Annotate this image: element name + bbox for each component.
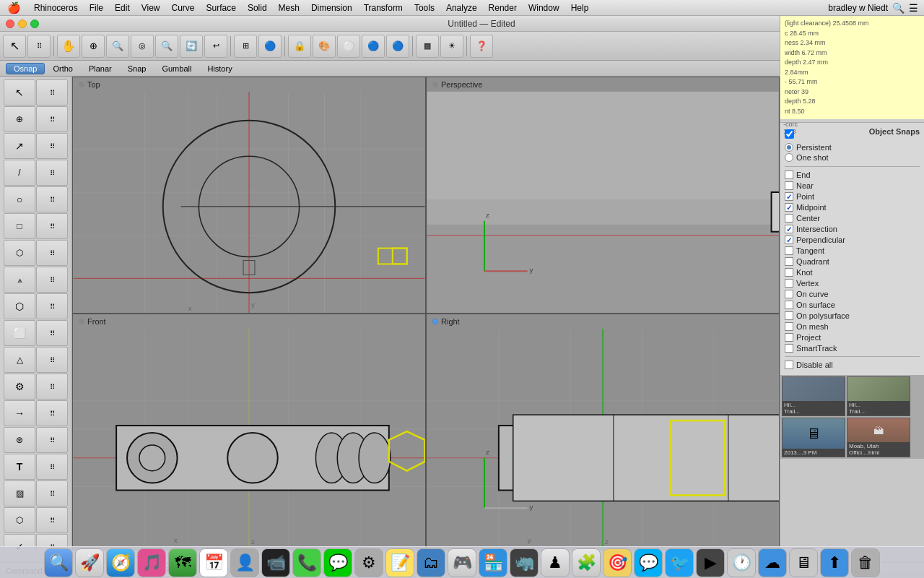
rotate-view[interactable]: 🔄 [180,35,203,58]
snap-midpoint[interactable]: Midpoint [785,202,920,212]
project-checkbox[interactable] [785,333,793,342]
center-checkbox[interactable] [785,214,793,223]
snap-perpendicular[interactable]: Perpendicular [785,235,920,245]
dots-tool[interactable]: ⠿ [27,35,51,58]
select-menu-btn[interactable]: ⠿ [36,79,68,105]
dock-puzzle[interactable]: 🧩 [572,548,601,577]
dock-twitter[interactable]: 🐦 [665,548,694,577]
dock-maps[interactable]: 🗺 [168,548,197,577]
disable-all-checkbox[interactable] [785,361,793,369]
on-polysurface-checkbox[interactable] [785,311,793,320]
side-image-1[interactable]: 🖥 2013....3 PM [782,418,845,457]
viewport-perspective[interactable]: Perspective [426,77,780,314]
snap-on-mesh[interactable]: On mesh [785,322,920,332]
menu-transform[interactable]: Transform [358,3,409,13]
rect-menu-btn[interactable]: ⠿ [36,213,68,239]
line-menu-btn[interactable]: ⠿ [36,160,68,186]
one-shot-radio-circle[interactable] [785,153,793,162]
osnap-toggle[interactable]: Osnap [6,63,45,74]
dock-quicktime[interactable]: ▶ [696,548,725,577]
gear-menu-btn[interactable]: ⠿ [36,374,68,400]
menu-help[interactable]: Help [565,3,595,13]
circle-btn[interactable]: ○ [4,186,35,212]
planar-toggle[interactable]: Planar [81,63,120,74]
materials-tool[interactable]: ▦ [416,35,439,58]
viewport-right[interactable]: Right [426,314,780,551]
hatch-btn[interactable]: ▨ [4,480,35,506]
knot-checkbox[interactable] [785,268,793,277]
point-menu-btn[interactable]: ⠿ [36,106,68,132]
sun-tool[interactable]: ☀ [440,35,463,58]
box-menu-btn[interactable]: ⠿ [36,320,68,346]
text-btn[interactable]: T [4,454,35,480]
menu-solid[interactable]: Solid [242,3,273,13]
analysis-btn[interactable]: ⊛ [4,427,35,453]
circle-menu-btn[interactable]: ⠿ [36,186,68,212]
solid-menu-btn[interactable]: ⠿ [36,293,68,319]
dock-contacts[interactable]: 👤 [230,548,259,577]
shaded-display[interactable]: 🔵 [258,35,282,58]
dock-itunes[interactable]: 🎵 [137,548,166,577]
menu-tools[interactable]: Tools [409,3,440,13]
perpendicular-checkbox[interactable] [785,236,793,244]
menu-dimension[interactable]: Dimension [305,3,358,13]
end-checkbox[interactable] [785,171,793,179]
on-surface-checkbox[interactable] [785,301,793,309]
arrow-btn[interactable]: → [4,400,35,426]
box-btn[interactable]: ⬜ [4,320,35,346]
snap-quadrant[interactable]: Quadrant [785,256,920,267]
zoom-window[interactable]: 🔍 [106,35,129,58]
menu-mesh[interactable]: Mesh [273,3,305,13]
tangent-checkbox[interactable] [785,246,793,255]
minimize-button[interactable] [18,20,27,28]
osnap-panel-checkbox[interactable] [785,129,794,139]
dock-aim[interactable]: 🎯 [603,548,632,577]
arrow-menu-btn[interactable]: ⠿ [36,400,68,426]
persistent-radio[interactable]: Persistent [785,143,920,152]
snap-knot[interactable]: Knot [785,267,920,277]
poly-btn[interactable]: ⬡ [4,240,35,266]
dock-finder2[interactable]: 🗂 [417,548,445,577]
dock-trash[interactable]: 🗑 [851,548,880,577]
dock-systemprefs[interactable]: ⚙ [354,548,383,577]
dock-safari[interactable]: 🧭 [106,548,135,577]
dock-monitor[interactable]: 🖥 [789,548,818,577]
dock-skype[interactable]: 💬 [634,548,663,577]
menu-edit[interactable]: Edit [109,3,136,13]
dock-timemanager[interactable]: 🕐 [727,548,756,577]
dock-appstore[interactable]: 🏪 [479,548,507,577]
menu-render[interactable]: Render [483,3,523,13]
near-checkbox[interactable] [785,181,793,190]
intersection-checkbox[interactable] [785,225,793,233]
zoom-extents[interactable]: ⊕ [82,35,105,58]
gear-btn[interactable]: ⚙ [4,374,35,400]
zoom-selected[interactable]: ◎ [131,35,154,58]
zoom-in[interactable]: 🔍 [155,35,178,58]
persistent-radio-circle[interactable] [785,143,793,152]
curve-btn[interactable]: ↗ [4,133,35,159]
ball-tool[interactable]: 🔵 [362,35,385,58]
mesh-btn[interactable]: △ [4,347,35,373]
maximize-button[interactable] [30,20,39,28]
history-toggle[interactable]: History [199,63,240,74]
hatch-menu-btn[interactable]: ⠿ [36,480,68,506]
menu-curve[interactable]: Curve [166,3,201,13]
dock-chess[interactable]: ♟ [541,548,570,577]
quadrant-checkbox[interactable] [785,257,793,266]
viewport-top[interactable]: Top [72,77,426,314]
side-image-2[interactable]: 🏔 Moab, Utah Offici....html [847,418,910,457]
dock-rhinoceros[interactable]: 🦏 [510,548,539,577]
color-tool[interactable]: 🎨 [313,35,336,58]
on-curve-checkbox[interactable] [785,290,793,298]
viewport-front[interactable]: Front [72,314,426,551]
undo-tool[interactable]: ↩ [204,35,227,58]
menu-extra-icon[interactable]: ☰ [909,2,918,14]
poly-menu-btn[interactable]: ⠿ [36,240,68,266]
apple-menu[interactable]: 🍎 [0,1,28,14]
dock-calendar[interactable]: 📅 [199,548,228,577]
select-btn[interactable]: ↖ [4,79,35,105]
snap-vertex[interactable]: Vertex [785,278,920,288]
snap-on-polysurface[interactable]: On polysurface [785,311,920,321]
rect-btn[interactable]: □ [4,213,35,239]
dock-upload[interactable]: ⬆ [820,548,849,577]
